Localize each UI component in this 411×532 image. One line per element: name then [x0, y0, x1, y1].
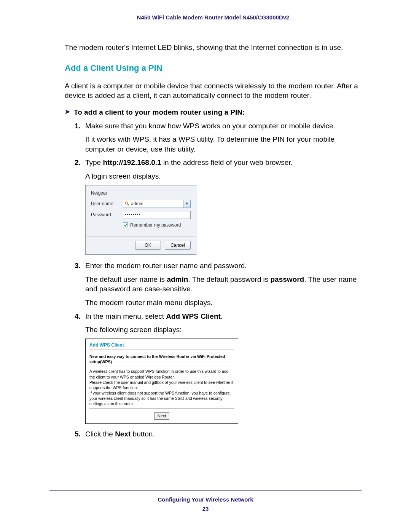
- password-row: Password: ••••••••: [91, 211, 191, 219]
- section-desc: A client is a computer or mobile device …: [65, 81, 362, 101]
- task-text: To add a client to your modem router usi…: [74, 107, 245, 117]
- wps-subtitle: New and easy way to connect to the Wirel…: [89, 354, 234, 364]
- username-row: User name: admin: [91, 200, 191, 208]
- wps-paragraph-3: If your wireless client does not support…: [89, 390, 234, 407]
- step-number: 3.: [75, 261, 81, 271]
- step-3-text3: The modem router main menu displays.: [85, 298, 362, 308]
- step-1-text: Make sure that you know how WPS works on…: [85, 121, 362, 131]
- step-5: 5. Click the Next button.: [75, 429, 362, 439]
- step-3-text: Enter the modem router user name and pas…: [85, 261, 362, 271]
- step-number: 5.: [75, 429, 81, 439]
- intro-paragraph: The modem router's Internet LED blinks, …: [65, 43, 362, 53]
- login-dialog: Netgear User name: admin: [85, 185, 196, 255]
- next-button[interactable]: Next: [154, 412, 170, 420]
- chevron-down-icon[interactable]: [183, 200, 190, 208]
- footer-text: Configuring Your Wireless Network: [0, 496, 411, 503]
- step-3-text2: The default user name is admin. The defa…: [85, 275, 362, 294]
- step-4-text2: The following screen displays:: [85, 325, 362, 335]
- login-brand: Netgear: [91, 190, 191, 196]
- password-value: ••••••••: [125, 212, 141, 218]
- wps-client-screen: Add WPS Client New and easy way to conne…: [85, 339, 238, 424]
- step-2-text: Type http://192.168.0.1 in the address f…: [85, 158, 362, 168]
- step-3: 3. Enter the modem router user name and …: [75, 261, 362, 308]
- divider: [89, 350, 234, 350]
- step-2-text2: A login screen displays.: [85, 171, 362, 181]
- section-heading: Add a Client Using a PIN: [65, 62, 362, 74]
- doc-header: N450 WiFi Cable Modem Router Model N450/…: [65, 14, 362, 21]
- step-4: 4. In the main menu, select Add WPS Clie…: [75, 312, 362, 424]
- task-heading: ➤ To add a client to your modem router u…: [65, 107, 362, 117]
- remember-label: Remember my password: [130, 222, 181, 228]
- cancel-button[interactable]: Cancel: [165, 241, 191, 250]
- username-field[interactable]: admin: [123, 200, 191, 208]
- user-key-icon: [125, 201, 129, 206]
- divider: [89, 408, 234, 409]
- username-value: admin: [131, 201, 182, 207]
- footer-divider: [49, 490, 362, 491]
- username-label: User name:: [91, 201, 123, 207]
- wps-paragraph-1: A wireless client has to support WPS fun…: [89, 369, 234, 379]
- password-field[interactable]: ••••••••: [123, 211, 191, 219]
- step-1-text2: If it works with WPS, it has a WPS utili…: [85, 134, 362, 154]
- step-1: 1. Make sure that you know how WPS works…: [75, 121, 362, 154]
- wps-paragraph-2: Please check the user manual and giftbox…: [89, 380, 234, 390]
- step-number: 4.: [75, 312, 81, 321]
- step-5-text: Click the Next button.: [85, 429, 362, 439]
- steps-list: 1. Make sure that you know how WPS works…: [75, 121, 362, 439]
- divider: [89, 366, 234, 366]
- manual-page: N450 WiFi Cable Modem Router Model N450/…: [0, 0, 411, 532]
- remember-checkbox[interactable]: [123, 222, 128, 227]
- password-label: Password:: [91, 212, 123, 218]
- step-number: 1.: [75, 121, 81, 131]
- arrow-right-icon: ➤: [65, 108, 70, 117]
- ok-button[interactable]: OK: [135, 241, 161, 250]
- step-4-text: In the main menu, select Add WPS Client.: [85, 312, 362, 321]
- wps-title: Add WPS Client: [89, 342, 234, 348]
- step-2: 2. Type http://192.168.0.1 in the addres…: [75, 158, 362, 255]
- page-number: 23: [0, 505, 411, 513]
- remember-row: Remember my password: [123, 222, 191, 228]
- step-number: 2.: [75, 158, 81, 168]
